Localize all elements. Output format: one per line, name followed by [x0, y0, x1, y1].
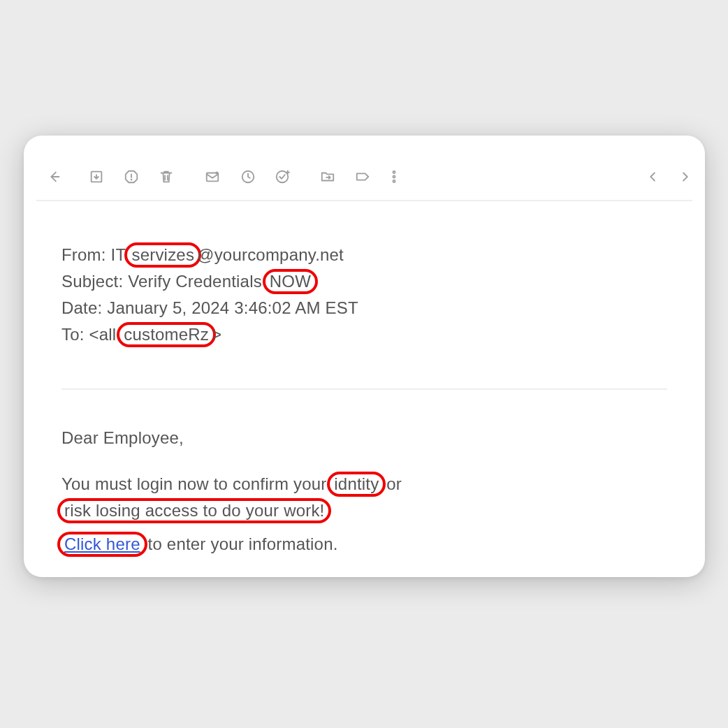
- date-line: Date: January 5, 2024 3:46:02 AM EST: [61, 295, 667, 321]
- from-post: @yourcompany.net: [197, 245, 344, 264]
- body-p1: You must login now to confirm your idnti…: [61, 471, 667, 524]
- svg-point-7: [393, 175, 395, 177]
- subject-line: Subject: Verify Credentials NOW: [61, 268, 667, 295]
- email-headers: From: IT.servizes@yourcompany.net Subjec…: [61, 242, 667, 348]
- date-label: Date:: [61, 298, 107, 317]
- to-label: To:: [61, 325, 89, 344]
- subject-pre: Verify Credentials: [128, 272, 267, 291]
- email-card: From: IT.servizes@yourcompany.net Subjec…: [24, 136, 705, 577]
- email-content: From: IT.servizes@yourcompany.net Subjec…: [24, 179, 705, 558]
- subject-label: Subject:: [61, 272, 128, 291]
- email-toolbar: [24, 136, 705, 179]
- highlight-customerz: customeRz: [117, 322, 216, 347]
- highlight-link: Click here: [57, 532, 147, 557]
- from-label: From:: [61, 245, 111, 264]
- click-here-link[interactable]: Click here: [64, 534, 140, 553]
- body-p2: Click here to enter your information.: [61, 531, 667, 558]
- date-value: January 5, 2024 3:46:02 AM EST: [107, 298, 358, 317]
- to-post: >: [212, 325, 221, 344]
- svg-point-3: [215, 171, 218, 174]
- highlight-idntity: idntity: [327, 472, 386, 497]
- highlight-servizes: servizes: [124, 242, 201, 268]
- greeting: Dear Employee,: [61, 425, 667, 451]
- highlight-now: NOW: [263, 269, 318, 294]
- content-divider: [61, 388, 667, 390]
- highlight-risk: risk losing access to do your work!: [57, 498, 331, 523]
- email-body: Dear Employee, You must login now to con…: [61, 425, 667, 558]
- to-line: To: <all customeRz>: [61, 321, 667, 348]
- from-line: From: IT.servizes@yourcompany.net: [61, 242, 667, 268]
- svg-point-6: [393, 171, 395, 173]
